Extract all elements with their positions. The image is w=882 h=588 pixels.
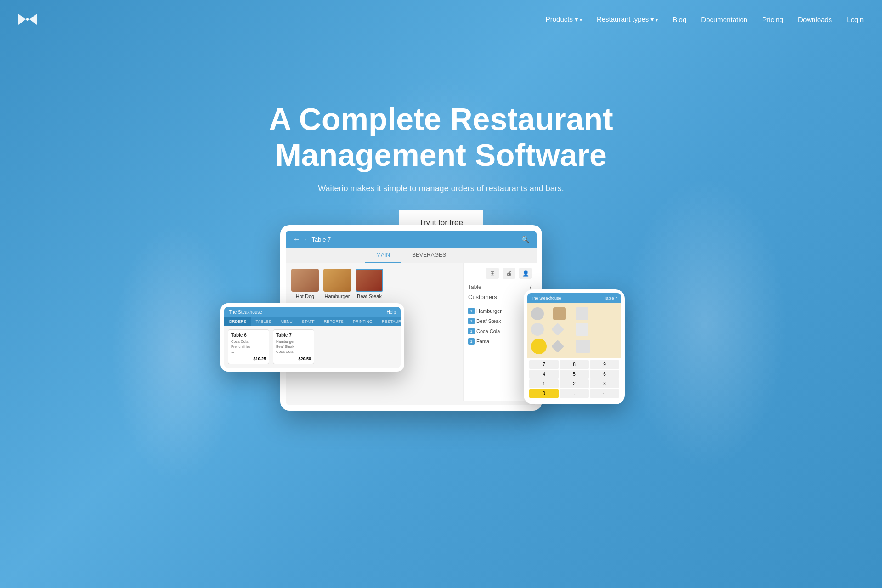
small-brand: The Steakhouse [229,310,262,315]
tab-main[interactable]: MAIN [365,248,401,263]
order-item-qty-4: 1 [468,338,475,345]
customers-label: Customers [468,294,497,300]
order-item-hamburger: 1 Hamburger 🗑 [468,306,532,316]
hamburger-image [323,269,351,292]
small-table-7-row3: Coca Cola [276,350,311,354]
beafsteak-image [356,269,383,292]
small-nav-orders[interactable]: ORDERS [224,317,251,326]
order-icon-person[interactable]: 👤 [519,268,532,279]
floor-rect-1 [553,307,566,320]
small-table-7: Table 7 Hamburger Beaf Steak Coca Cola $… [273,329,314,364]
menu-item-hamburger[interactable]: Hamburger [323,269,351,299]
order-item-name-beafsteak: Beaf Steak [476,318,501,324]
beafsteak-label: Beaf Steak [357,294,382,299]
small-table-7-row2: Beaf Steak [276,345,311,349]
nav-documentation[interactable]: Documentation [701,16,747,23]
small-nav-staff[interactable]: STAFF [297,317,319,326]
small-topbar: The Steakhouse Help [224,307,401,317]
phone-device: The Steakhouse Table 7 7 [524,289,625,404]
phone-screen: The Steakhouse Table 7 7 [527,293,621,401]
small-nav-printing[interactable]: PRINTING [348,317,377,326]
numpad-backspace[interactable]: ← [590,389,619,398]
numpad-4[interactable]: 4 [529,370,559,379]
hero-title-line2: Management Software [275,137,607,172]
customers-row-info: Customers 2 [468,292,532,302]
numpad-6[interactable]: 6 [590,370,619,379]
tablet-topbar: ← ← Table 7 🔍 [286,231,537,248]
hero-title-line1: A Complete Restaurant [269,102,613,136]
order-item-fanta: 1 Fanta 🗑 [468,336,532,346]
phone-topbar: The Steakhouse Table 7 [527,293,621,303]
order-item-name-cocacola: Coca Cola [476,328,500,334]
small-nav-tables[interactable]: TABLES [251,317,276,326]
order-item-qty-3: 1 [468,328,475,334]
numpad-7[interactable]: 7 [529,360,559,369]
navbar: Products ▾ Restaurant types ▾ Blog Docum… [0,0,882,39]
small-table-6-row1: Coca Cola [231,339,266,344]
small-table-6-title: Table 6 [231,333,266,338]
menu-item-hotdog[interactable]: Hot Dog [291,269,319,299]
table-label: Table [468,284,481,290]
phone-brand: The Steakhouse [531,296,561,300]
hero-title: A Complete Restaurant Management Softwar… [269,101,613,173]
small-tablet-device: The Steakhouse Help ORDERS TABLES MENU S… [220,303,404,372]
small-table-7-title: Table 7 [276,333,311,338]
nav-downloads[interactable]: Downloads [798,16,832,23]
phone-numpad: 7 8 9 4 5 6 1 2 3 0 . ← [527,358,621,401]
floor-diamond-2 [551,340,564,353]
numpad-row-1: 7 8 9 [529,360,619,369]
nav-pricing[interactable]: Pricing [762,16,783,23]
numpad-0[interactable]: 0 [529,389,559,398]
small-nav: ORDERS TABLES MENU STAFF REPORTS PRINTIN… [224,317,401,326]
small-nav-reports[interactable]: REPORTS [319,317,348,326]
small-screen: The Steakhouse Help ORDERS TABLES MENU S… [224,307,401,368]
menu-item-beafsteak[interactable]: Beaf Steak [356,269,383,299]
order-item-qty-2: 1 [468,318,475,324]
svg-marker-0 [18,14,26,25]
floor-rect-2 [576,307,588,320]
table-title: ← Table 7 [304,236,331,243]
floor-rect-3 [576,323,588,336]
numpad-row-2: 4 5 6 [529,370,619,379]
nav-login[interactable]: Login [847,16,864,23]
numpad-1[interactable]: 1 [529,379,559,388]
small-table-6-row3: ... [231,350,266,354]
small-nav-restaurant[interactable]: RESTAURANT [377,317,401,326]
numpad-row-3: 1 2 3 [529,379,619,388]
order-items-list: 1 Hamburger 🗑 1 Beaf Steak 🗑 1 Coca Cola [468,306,532,346]
nav-blog[interactable]: Blog [673,16,686,23]
order-item-cocacola: 1 Coca Cola 🗑 [468,326,532,336]
small-table-6: Table 6 Coca Cola French fries ... $10.2… [228,329,269,364]
nav-products[interactable]: Products ▾ [546,15,582,23]
numpad-3[interactable]: 3 [590,379,619,388]
table-row-info: Table 7 [468,283,532,292]
phone-table: Table 7 [604,296,617,300]
small-content: Table 6 Coca Cola French fries ... $10.2… [224,326,401,368]
numpad-2[interactable]: 2 [560,379,589,388]
order-icon-print[interactable]: 🖨 [503,268,515,279]
small-table-7-row1: Hamburger [276,339,311,344]
nav-restaurant-types[interactable]: Restaurant types ▾ [597,15,658,23]
small-nav-menu[interactable]: MENU [276,317,297,326]
order-item-beafsteak: 1 Beaf Steak 🗑 [468,316,532,326]
floor-circle-2 [531,323,544,336]
order-item-name-hamburger: Hamburger [476,308,502,314]
numpad-8[interactable]: 8 [560,360,589,369]
bowtie-icon [18,14,37,25]
order-icons: ⊞ 🖨 👤 [468,268,532,279]
numpad-9[interactable]: 9 [590,360,619,369]
numpad-dot[interactable]: . [560,389,589,398]
tablet-tabs: MAIN BEVERAGES [286,248,537,263]
numpad-5[interactable]: 5 [560,370,589,379]
order-item-qty-1: 1 [468,308,475,314]
tab-beverages[interactable]: BEVERAGES [401,248,457,263]
search-icon[interactable]: 🔍 [521,236,529,243]
order-icon-grid[interactable]: ⊞ [486,268,499,279]
logo[interactable] [18,14,37,25]
devices-area: ← ← Table 7 🔍 MAIN BEVERAGES Hot Dog [234,225,648,588]
tablet-topbar-left: ← ← Table 7 [293,235,331,243]
numpad-row-4: 0 . ← [529,389,619,398]
hotdog-label: Hot Dog [296,294,314,299]
back-arrow-icon: ← [293,235,300,243]
svg-marker-1 [29,14,37,25]
